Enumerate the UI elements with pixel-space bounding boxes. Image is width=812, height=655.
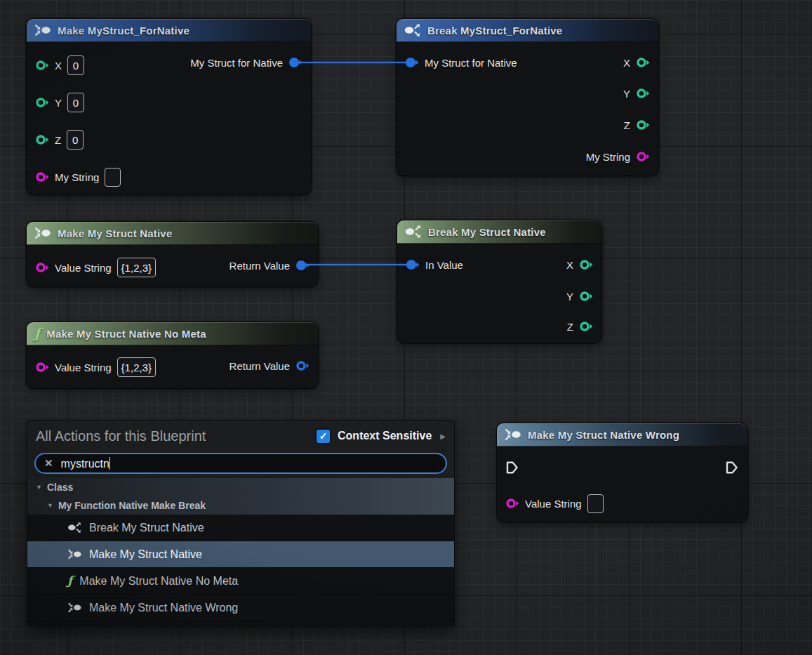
node-make-my-struct-native[interactable]: Make My Struct Native Value String {1,2,…	[27, 222, 318, 286]
int-pin-icon[interactable]	[579, 291, 593, 302]
pin-row: X	[566, 253, 593, 277]
pin-label: Z	[567, 321, 573, 333]
menu-title: All Actions for this Blueprint	[36, 428, 311, 444]
make-struct-icon	[505, 428, 521, 441]
node-header[interactable]: Make My Struct Native	[27, 222, 318, 245]
pin-value-field[interactable]	[587, 494, 604, 513]
node-header[interactable]: Make My Struct Native Wrong	[497, 423, 747, 446]
struct-pin-icon[interactable]	[295, 260, 310, 271]
pin-row: Y 0	[35, 91, 84, 114]
pin-row: My String	[35, 165, 121, 189]
blueprint-editor: { "graph": { "background_color": "#24252…	[0, 0, 812, 655]
pin-row: X	[623, 51, 650, 74]
pin-label: My Struct for Native	[425, 57, 517, 69]
int-pin-icon[interactable]	[35, 134, 49, 145]
pin-row: Value String	[505, 491, 604, 515]
pin-row	[725, 456, 739, 479]
node-title: Break MyStruct_ForNative	[427, 25, 562, 37]
int-pin-icon[interactable]	[35, 97, 49, 108]
pin-row: Z 0	[35, 128, 84, 152]
chevron-down-icon[interactable]: ▼	[47, 502, 53, 509]
pin-row: Z	[567, 315, 593, 338]
node-make-my-struct-native-no-meta[interactable]: ƒ Make My Struct Native No Meta Value St…	[27, 322, 318, 388]
node-title: Make My Struct Native Wrong	[528, 429, 679, 441]
node-header[interactable]: Break MyStruct_ForNative	[397, 19, 658, 42]
search-text: mystructn	[61, 457, 111, 470]
clear-search-icon[interactable]: ✕	[44, 457, 53, 470]
pin-value-field[interactable]: 0	[67, 55, 84, 75]
pin-value-field[interactable]: {1,2,3}	[117, 258, 156, 277]
pin-row: Value String {1,2,3}	[35, 355, 156, 379]
pin-label: Value String	[55, 262, 112, 274]
pin-row	[505, 456, 519, 479]
pin-row: Return Value	[229, 354, 310, 378]
tree-subcategory-my-function-native-make-break[interactable]: ▼ My Function Native Make Break	[27, 496, 454, 515]
break-struct-icon	[67, 522, 82, 533]
tree-item-break-my-struct-native[interactable]: Break My Struct Native	[27, 515, 454, 541]
string-pin-icon[interactable]	[35, 262, 49, 273]
node-make-mystruct-fornative[interactable]: Make MyStruct_ForNative X 0 Y 0 Z 0 My S…	[27, 19, 311, 194]
node-header[interactable]: Break My Struct Native	[397, 220, 601, 244]
int-pin-icon[interactable]	[636, 88, 650, 99]
tree-category-class[interactable]: ▼ Class	[27, 478, 454, 496]
actions-context-menu: All Actions for this Blueprint ✓ Context…	[27, 420, 455, 626]
int-pin-icon[interactable]	[636, 119, 650, 131]
exec-out-pin-icon[interactable]	[725, 461, 739, 475]
pin-label: Value String	[525, 498, 582, 510]
pin-row: Z	[624, 113, 650, 137]
pin-row: X 0	[35, 53, 84, 77]
context-sensitive-label: Context Sensitive	[338, 430, 432, 442]
node-break-mystruct-fornative[interactable]: Break MyStruct_ForNative My Struct for N…	[397, 19, 658, 176]
pin-value-field[interactable]	[105, 168, 121, 187]
int-pin-icon[interactable]	[636, 57, 650, 68]
pin-value-field[interactable]: 0	[67, 130, 84, 150]
tree-item-make-my-struct-native-no-meta[interactable]: ƒ Make My Struct Native No Meta	[27, 568, 454, 595]
pin-value-field[interactable]: {1,2,3}	[117, 357, 156, 377]
int-pin-icon[interactable]	[579, 321, 593, 332]
context-sensitive-checkbox[interactable]: ✓	[317, 430, 330, 443]
search-input[interactable]: ✕ mystructn	[34, 453, 447, 474]
pin-label: X	[55, 60, 62, 72]
node-break-my-struct-native[interactable]: Break My Struct Native In Value X Y Z	[397, 220, 601, 343]
node-header[interactable]: ƒ Make My Struct Native No Meta	[27, 322, 318, 345]
node-make-my-struct-native-wrong[interactable]: Make My Struct Native Wrong Value String	[497, 423, 747, 522]
pin-row: Return Value	[229, 253, 310, 277]
expander-arrow-icon[interactable]: ▶	[440, 432, 446, 440]
pin-row: Y	[566, 284, 593, 308]
pin-label: Return Value	[229, 260, 290, 272]
pin-row: My String	[586, 145, 650, 168]
pin-label: Y	[623, 88, 630, 100]
pin-label: Return Value	[229, 360, 290, 372]
function-icon: ƒ	[67, 575, 72, 587]
wire-struct-fornative[interactable]	[295, 62, 418, 63]
pin-row: Value String {1,2,3}	[35, 256, 156, 279]
int-pin-icon[interactable]	[579, 259, 593, 270]
chevron-down-icon[interactable]: ▼	[36, 484, 42, 491]
node-title: Make MyStruct_ForNative	[58, 25, 189, 37]
pin-row: Y	[623, 81, 650, 105]
pin-label: Y	[566, 291, 573, 303]
text-caret	[109, 457, 111, 470]
string-pin-icon[interactable]	[35, 362, 49, 373]
tree-item-make-my-struct-native[interactable]: Make My Struct Native	[27, 541, 454, 568]
node-header[interactable]: Make MyStruct_ForNative	[27, 19, 311, 42]
string-pin-icon[interactable]	[505, 498, 519, 509]
struct-pin-icon[interactable]	[295, 360, 310, 371]
check-icon: ✓	[319, 431, 328, 441]
make-struct-icon	[34, 227, 51, 239]
node-title: Make My Struct Native	[58, 227, 172, 239]
wire-struct-native[interactable]	[298, 264, 417, 265]
pin-label: My Struct for Native	[190, 57, 283, 69]
exec-in-pin-icon[interactable]	[505, 461, 519, 475]
pin-label: Value String	[55, 362, 112, 373]
make-struct-icon	[67, 602, 82, 613]
int-pin-icon[interactable]	[35, 60, 49, 71]
pin-row: My Struct for Native	[405, 51, 517, 74]
string-pin-icon[interactable]	[35, 171, 49, 183]
pin-label: In Value	[425, 259, 463, 271]
function-icon: ƒ	[34, 327, 40, 340]
string-pin-icon[interactable]	[636, 151, 650, 162]
pin-label: X	[566, 259, 573, 271]
tree-item-make-my-struct-native-wrong[interactable]: Make My Struct Native Wrong	[27, 595, 454, 621]
pin-value-field[interactable]: 0	[67, 93, 84, 112]
